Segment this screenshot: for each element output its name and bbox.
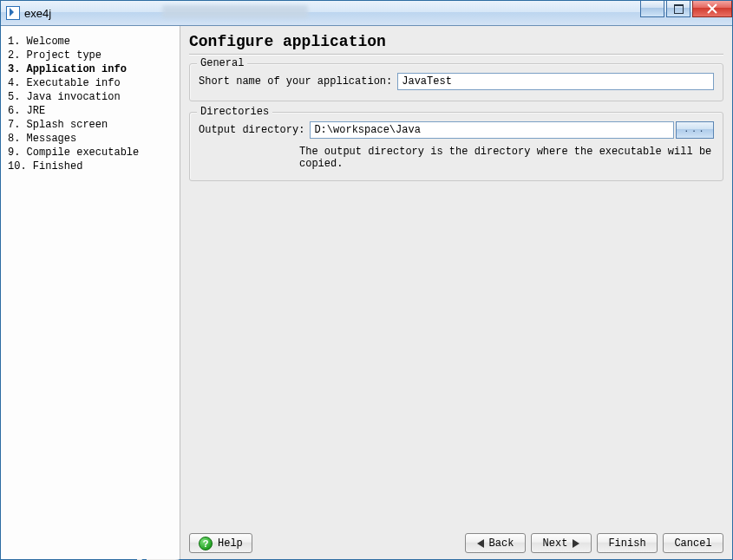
next-button-label: Next (543, 537, 568, 550)
wizard-step-number: 7. (8, 119, 27, 131)
general-group: General Short name of your application: (189, 63, 723, 101)
minimize-button[interactable] (640, 1, 664, 17)
short-name-label: Short name of your application: (199, 75, 392, 88)
short-name-input[interactable] (397, 73, 714, 90)
finish-button[interactable]: Finish (597, 533, 658, 553)
wizard-step[interactable]: 9. Compile executable (8, 146, 174, 160)
maximize-button[interactable] (666, 1, 690, 17)
wizard-step[interactable]: 10. Finished (8, 160, 174, 173)
wizard-step-label: Executable info (27, 77, 121, 89)
wizard-step-label: JRE (27, 105, 46, 117)
wizard-step-label: Compile executable (27, 147, 140, 159)
wizard-step-number: 4. (8, 77, 27, 89)
redacted-region (162, 5, 308, 18)
window-title: exe4j (24, 7, 51, 20)
wizard-sidebar: 1. Welcome2. Project type3. Application … (1, 26, 180, 559)
output-dir-input[interactable] (310, 121, 674, 139)
wizard-step-label: Splash screen (27, 119, 108, 131)
browse-button[interactable]: ... (676, 121, 714, 139)
wizard-step-label: Finished (33, 160, 83, 173)
client-area: 1. Welcome2. Project type3. Application … (1, 26, 732, 559)
next-button[interactable]: Next (531, 533, 592, 553)
help-button[interactable]: ? Help (189, 533, 252, 553)
wizard-step-number: 2. (8, 49, 27, 62)
directories-group: Directories Output directory: ... The ou… (189, 112, 723, 181)
arrow-right-icon (573, 539, 579, 548)
cancel-button-label: Cancel (674, 537, 711, 550)
maximize-icon (674, 4, 684, 14)
finish-button-label: Finish (608, 537, 645, 550)
watermark: exe4j (127, 556, 183, 560)
help-button-label: Help (218, 537, 243, 550)
title-bar[interactable]: exe4j (1, 1, 732, 26)
wizard-step[interactable]: 4. Executable info (8, 76, 174, 90)
wizard-step-label: Messages (27, 133, 77, 145)
spacer (189, 192, 723, 528)
wizard-step-label: Application info (27, 63, 127, 75)
wizard-step-label: Java invocation (27, 91, 121, 103)
wizard-step-number: 10. (8, 160, 33, 173)
wizard-step-number: 6. (8, 105, 27, 117)
wizard-step[interactable]: 7. Splash screen (8, 118, 174, 132)
wizard-step[interactable]: 6. JRE (8, 104, 174, 118)
page-title: Configure application (189, 33, 723, 50)
wizard-step-number: 1. (8, 36, 27, 48)
wizard-step-label: Welcome (27, 36, 70, 48)
wizard-step-number: 3. (8, 63, 27, 75)
back-button-label: Back (489, 537, 514, 550)
wizard-step-number: 9. (8, 147, 27, 159)
wizard-footer: ? Help Back Next Finish Cancel (189, 528, 723, 553)
wizard-step-label: Project type (27, 49, 101, 62)
output-dir-hint: The output directory is the directory wh… (199, 146, 714, 170)
back-button[interactable]: Back (465, 533, 526, 553)
output-dir-label: Output directory: (199, 124, 304, 136)
wizard-step[interactable]: 8. Messages (8, 132, 174, 146)
wizard-step[interactable]: 2. Project type (8, 49, 174, 62)
window-controls (640, 1, 732, 18)
close-icon (707, 3, 717, 14)
wizard-step[interactable]: 5. Java invocation (8, 90, 174, 104)
arrow-left-icon (477, 539, 484, 548)
close-button[interactable] (692, 1, 732, 17)
cancel-button[interactable]: Cancel (663, 533, 723, 553)
help-icon: ? (199, 537, 213, 550)
wizard-step[interactable]: 1. Welcome (8, 35, 174, 49)
app-icon (6, 6, 20, 20)
wizard-step-number: 8. (8, 133, 27, 145)
directories-legend: Directories (197, 106, 272, 118)
page-rule (189, 54, 723, 55)
wizard-main: Configure application General Short name… (180, 26, 732, 559)
general-legend: General (197, 57, 247, 69)
wizard-step-number: 5. (8, 91, 27, 103)
wizard-step[interactable]: 3. Application info (8, 62, 174, 76)
app-window: exe4j 1. Welcome2. Project type3. Applic… (0, 0, 733, 560)
